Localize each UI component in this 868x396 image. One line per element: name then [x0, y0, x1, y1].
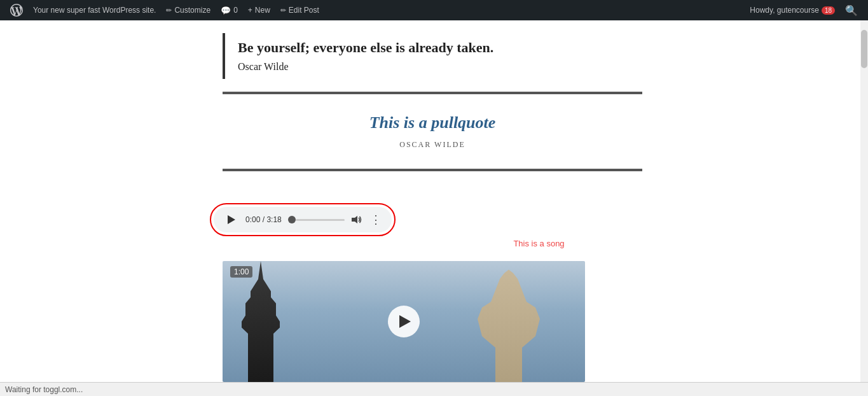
volume-icon	[351, 215, 364, 225]
status-bar: Waiting for toggl.com...	[0, 382, 868, 395]
video-duration-badge: 1:00	[230, 266, 252, 278]
edit-post-link[interactable]: ✏ Edit Post	[275, 0, 324, 20]
howdy-menu[interactable]: Howdy, gutencourse 18	[745, 0, 840, 20]
scrollbar-track	[860, 20, 868, 382]
play-icon	[228, 215, 235, 224]
comments-link[interactable]: 💬 0	[216, 0, 243, 20]
audio-time: 0:00 / 3:18	[245, 215, 282, 224]
audio-play-button[interactable]	[224, 212, 239, 227]
pencil-icon: ✏	[166, 6, 172, 15]
audio-progress-bar[interactable]	[288, 216, 345, 223]
audio-more-button[interactable]: ⋮	[370, 213, 382, 227]
status-text: Waiting for toggl.com...	[5, 385, 83, 394]
site-name-link[interactable]: Your new super fast WordPress site.	[28, 0, 161, 20]
search-icon: 🔍	[845, 4, 858, 17]
progress-indicator	[288, 216, 296, 223]
statue-silhouette	[464, 267, 553, 382]
blockquote-author: Oscar Wilde	[238, 61, 855, 73]
new-content-link[interactable]: + New	[243, 0, 275, 20]
notification-badge: 18	[822, 6, 835, 15]
blockquote-text: Be yourself; everyone else is already ta…	[238, 39, 855, 56]
admin-bar: Your new super fast WordPress site. ✏ Cu…	[0, 0, 868, 20]
progress-track	[296, 219, 345, 221]
video-block: 1:00	[223, 261, 585, 382]
more-dots-icon: ⋮	[370, 213, 382, 227]
pullquote-cite: OSCAR WILDE	[235, 140, 630, 150]
edit-pencil-icon: ✏	[280, 6, 286, 15]
page-content: Be yourself; everyone else is already ta…	[0, 20, 868, 395]
wp-logo-button[interactable]	[5, 0, 28, 20]
admin-search-button[interactable]: 🔍	[840, 0, 863, 20]
video-play-icon	[399, 315, 411, 328]
audio-player-highlight: 0:00 / 3:18 ⋮	[210, 203, 396, 236]
audio-caption: This is a song	[210, 239, 868, 248]
pullquote-block: This is a pullquote OSCAR WILDE	[223, 92, 642, 171]
comment-icon: 💬	[221, 6, 231, 15]
blockquote-block: Be yourself; everyone else is already ta…	[223, 33, 868, 79]
audio-volume-button[interactable]	[351, 215, 364, 225]
video-play-button[interactable]	[388, 306, 420, 337]
pullquote-text: This is a pullquote	[235, 113, 630, 132]
customize-link[interactable]: ✏ Customize	[161, 0, 216, 20]
tower-silhouette	[223, 261, 350, 382]
scrollbar-thumb[interactable]	[861, 30, 867, 68]
video-thumbnail: 1:00	[223, 261, 585, 382]
audio-player-wrapper: 0:00 / 3:18 ⋮	[210, 203, 396, 236]
svg-marker-0	[352, 216, 357, 223]
audio-player: 0:00 / 3:18 ⋮	[214, 207, 392, 232]
plus-icon: +	[248, 6, 252, 15]
